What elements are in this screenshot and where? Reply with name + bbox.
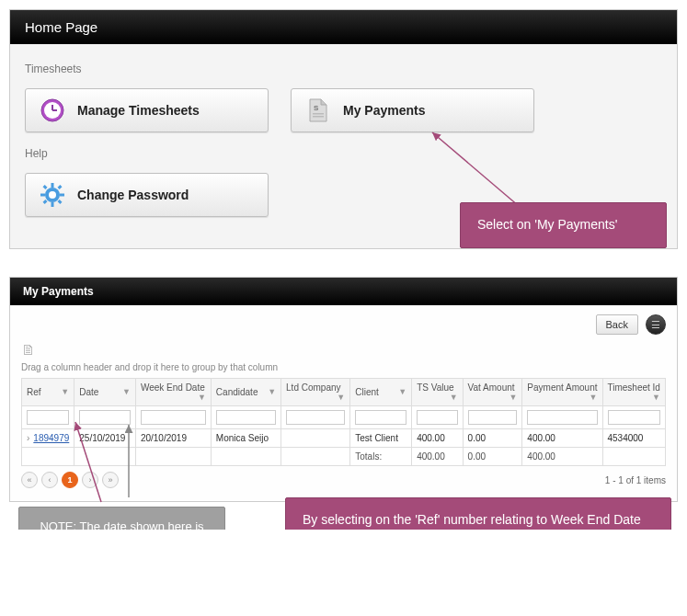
col-client[interactable]: Client▼ (350, 379, 412, 406)
cell-weekend: 20/10/2019 (135, 429, 211, 448)
col-ref[interactable]: Ref▼ (22, 379, 74, 406)
col-tsvalue[interactable]: TS Value▼ (412, 379, 463, 406)
section-help-label: Help (25, 147, 662, 160)
totals-row: Totals: 400.00 0.00 400.00 (22, 448, 666, 466)
col-candidate[interactable]: Candidate▼ (211, 379, 281, 406)
filter-client[interactable] (355, 410, 406, 425)
filter-icon[interactable]: ▼ (122, 387, 131, 396)
pager: « ‹ 1 › » 1 - 1 of 1 items (21, 472, 666, 488)
totals-vat: 0.00 (463, 448, 522, 466)
filter-icon[interactable]: ▼ (337, 393, 345, 402)
cell-tsvalue: 400.00 (412, 429, 463, 448)
filter-icon[interactable]: ▼ (590, 393, 598, 402)
export-icon[interactable]: 🗎 (21, 342, 666, 359)
settings-circle-icon[interactable]: ☰ (646, 314, 666, 335)
col-weekend[interactable]: Week End Date▼ (135, 379, 211, 406)
group-by-hint: Drag a column header and drop it here to… (21, 362, 666, 372)
my-payments-label: My Payments (343, 103, 425, 118)
clock-icon (39, 97, 66, 124)
change-password-button[interactable]: Change Password (25, 173, 269, 217)
my-payments-button[interactable]: S My Payments (291, 88, 534, 132)
pager-next[interactable]: › (82, 472, 98, 488)
filter-icon[interactable]: ▼ (268, 387, 276, 396)
filter-icon[interactable]: ▼ (398, 387, 406, 396)
svg-rect-5 (313, 113, 324, 115)
table-row: ›1894979 25/10/2019 20/10/2019 Monica Se… (22, 429, 666, 448)
manage-timesheets-label: Manage Timesheets (77, 103, 200, 118)
filter-tsid[interactable] (608, 410, 661, 425)
change-password-label: Change Password (77, 188, 189, 202)
callout-ref-explain: By selecting on the 'Ref' number relatin… (285, 497, 671, 530)
svg-rect-9 (52, 202, 54, 207)
cell-candidate: Monica Seijo (211, 429, 281, 448)
filter-candidate[interactable] (216, 410, 276, 425)
svg-rect-6 (313, 116, 324, 118)
col-payment[interactable]: Payment Amount▼ (522, 379, 602, 406)
filter-ref[interactable] (27, 410, 69, 425)
svg-rect-10 (40, 194, 45, 197)
totals-payment: 400.00 (522, 448, 602, 466)
filter-date[interactable] (79, 410, 131, 425)
filter-vat[interactable] (468, 410, 518, 425)
totals-label: Totals: (350, 448, 412, 466)
ref-link[interactable]: 1894979 (33, 433, 69, 443)
section-timesheets-label: Timesheets (25, 63, 662, 75)
filter-payment[interactable] (527, 410, 597, 425)
svg-rect-8 (52, 183, 54, 188)
pager-last[interactable]: » (102, 472, 119, 488)
table-header-row: Ref▼ Date▼ Week End Date▼ Candidate▼ Ltd… (22, 379, 666, 406)
filter-icon[interactable]: ▼ (198, 393, 206, 402)
filter-icon[interactable]: ▼ (652, 393, 660, 402)
svg-rect-13 (58, 200, 63, 204)
col-ltd[interactable]: Ltd Company▼ (281, 379, 350, 406)
manage-timesheets-button[interactable]: Manage Timesheets (25, 88, 269, 132)
cell-ltd (281, 429, 350, 448)
pager-prev[interactable]: ‹ (41, 472, 58, 488)
document-s-icon: S (304, 97, 332, 124)
payments-table: Ref▼ Date▼ Week End Date▼ Candidate▼ Ltd… (21, 378, 666, 466)
my-payments-panel: My Payments Back ☰ 🗎 Drag a column heade… (9, 277, 678, 502)
cell-vat: 0.00 (463, 429, 522, 448)
totals-tsvalue: 400.00 (412, 448, 463, 466)
svg-rect-14 (58, 185, 63, 189)
my-payments-title: My Payments (10, 278, 677, 305)
col-vat[interactable]: Vat Amount▼ (463, 379, 522, 406)
pager-first[interactable]: « (21, 472, 38, 488)
callout-date-note: NOTE: The date shown here is the date th… (18, 507, 225, 530)
cell-client: Test Client (350, 429, 412, 448)
cell-tsid: 4534000 (602, 429, 666, 448)
filter-icon[interactable]: ▼ (61, 387, 69, 396)
col-tsid[interactable]: Timesheet Id▼ (602, 379, 666, 406)
svg-text:S: S (314, 104, 319, 112)
filter-icon[interactable]: ▼ (450, 393, 458, 402)
filter-icon[interactable]: ▼ (509, 393, 517, 402)
gear-icon (39, 181, 66, 209)
svg-point-16 (49, 191, 56, 199)
svg-rect-15 (43, 200, 48, 204)
expand-icon[interactable]: › (27, 433, 29, 443)
cell-payment: 400.00 (522, 429, 602, 448)
filter-tsvalue[interactable] (417, 410, 457, 425)
svg-rect-12 (43, 185, 48, 189)
home-panel-title: Home Page (10, 10, 677, 44)
filter-weekend[interactable] (141, 410, 206, 425)
svg-rect-11 (60, 194, 64, 197)
pager-status: 1 - 1 of 1 items (605, 475, 666, 485)
filter-ltd[interactable] (286, 410, 345, 425)
pager-current[interactable]: 1 (62, 472, 78, 488)
col-date[interactable]: Date▼ (74, 379, 136, 406)
filter-row (22, 406, 666, 429)
callout-select-mypayments: Select on 'My Payments' (460, 202, 667, 248)
back-button[interactable]: Back (596, 314, 638, 335)
cell-date: 25/10/2019 (74, 429, 136, 448)
